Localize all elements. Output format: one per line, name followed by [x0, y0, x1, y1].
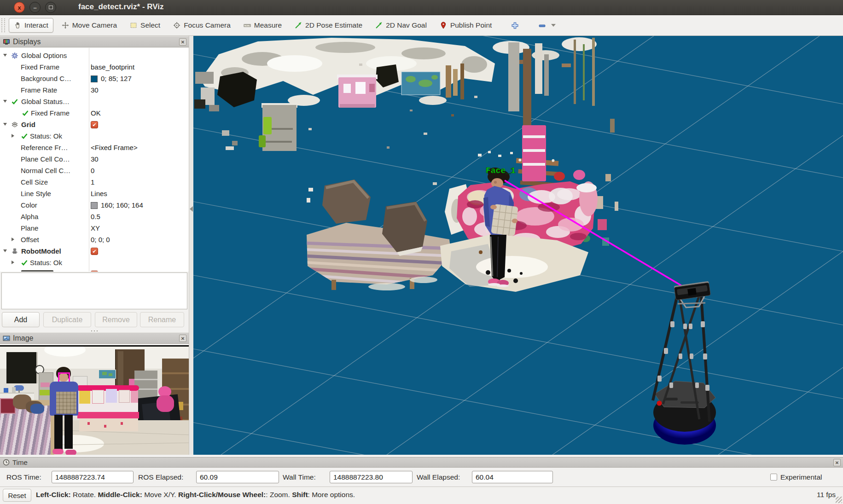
collapse-panel-icon[interactable] — [190, 206, 193, 212]
panel-viewport-splitter[interactable] — [189, 36, 193, 455]
duplicate-button[interactable]: Duplicate — [43, 312, 91, 327]
display-row-value[interactable]: <Fixed Frame> — [91, 144, 138, 151]
add-tool-button[interactable] — [506, 19, 523, 32]
display-row-robotmodel[interactable]: RobotModel✔ — [0, 246, 189, 257]
displays-panel-header[interactable]: Displays ✕ — [0, 36, 189, 47]
expand-open-icon[interactable] — [3, 123, 7, 126]
left-panel-column: Displays ✕ Global OptionsFixed Framebase… — [0, 36, 189, 455]
expand-closed-icon[interactable] — [12, 261, 14, 264]
display-row-plane-cell-co[interactable]: Plane Cell Co…30 — [0, 154, 189, 165]
minimize-window-icon[interactable]: – — [29, 2, 41, 13]
display-row-value[interactable]: OK — [91, 109, 101, 117]
display-row-fixed-frame[interactable]: Fixed Framebase_footprint — [0, 62, 189, 73]
wall-elapsed-input[interactable] — [472, 471, 553, 483]
display-row-partial[interactable]: ✔ — [0, 269, 189, 272]
tool-label: 2D Nav Goal — [386, 21, 427, 29]
display-row-status-ok[interactable]: Status: Ok — [0, 131, 189, 142]
display-row-value[interactable]: 0; 0; 0 — [91, 236, 110, 243]
tool-select[interactable]: Select — [125, 18, 165, 32]
enabled-checkbox[interactable]: ✔ — [91, 121, 98, 128]
display-row-color[interactable]: Color160; 160; 164 — [0, 200, 189, 211]
minus-icon — [538, 22, 546, 29]
display-row-cell-size[interactable]: Cell Size1 — [0, 177, 189, 188]
display-row-value[interactable]: 30 — [91, 86, 99, 94]
close-icon[interactable]: ✕ — [833, 459, 841, 466]
close-window-icon[interactable]: x — [14, 2, 25, 13]
resize-grip[interactable] — [836, 497, 842, 503]
chevron-down-icon[interactable] — [551, 24, 556, 27]
display-row-alpha[interactable]: Alpha0.5 — [0, 211, 189, 223]
display-row-value[interactable]: 0 — [91, 167, 94, 174]
display-row-value[interactable]: 30 — [91, 155, 99, 163]
display-row-grid[interactable]: Grid✔ — [0, 119, 189, 131]
display-row-global-options[interactable]: Global Options — [0, 50, 189, 62]
display-row-value[interactable]: base_footprint — [91, 63, 134, 71]
display-row-normal-cell-c[interactable]: Normal Cell C…0 — [0, 165, 189, 177]
display-row-frame-rate[interactable]: Frame Rate30 — [0, 85, 189, 96]
display-row-label: Global Status… — [21, 98, 70, 105]
wall-elapsed-label: Wall Elapsed: — [417, 473, 460, 481]
displays-tree[interactable]: Global OptionsFixed Framebase_footprintB… — [0, 48, 189, 272]
close-icon[interactable]: ✕ — [179, 38, 186, 46]
display-row-label: Status: Ok — [30, 259, 62, 266]
remove-tool-button[interactable] — [534, 19, 560, 32]
display-row-label: Normal Cell C… — [21, 167, 70, 174]
color-swatch[interactable] — [91, 202, 98, 209]
toolbar-drag-handle[interactable] — [1, 18, 5, 32]
panel-splitter-handle[interactable] — [90, 330, 99, 332]
tool-label: Measure — [254, 21, 282, 29]
tool-2d-pose-estimate[interactable]: 2D Pose Estimate — [290, 18, 367, 32]
maximize-window-icon[interactable] — [45, 2, 56, 13]
add-button[interactable]: Add — [2, 312, 40, 327]
display-row-background-c[interactable]: Background C…0; 85; 127 — [0, 73, 189, 85]
toolbar: Interact Move Camera Select Focus Camera… — [0, 15, 843, 36]
3d-viewport[interactable]: Face_1 — [193, 36, 843, 455]
ros-elapsed-input[interactable] — [196, 471, 279, 483]
display-row-label: Offset — [21, 236, 39, 243]
remove-button[interactable]: Remove — [95, 312, 137, 327]
display-row-value[interactable]: 160; 160; 164 — [101, 201, 143, 209]
tool-move-camera[interactable]: Move Camera — [57, 18, 122, 32]
wall-time-input[interactable] — [330, 471, 413, 483]
time-panel-header[interactable]: Time ✕ — [0, 457, 843, 468]
display-row-value[interactable]: 0; 85; 127 — [101, 75, 132, 82]
tool-publish-point[interactable]: Publish Point — [435, 18, 496, 32]
expand-open-icon[interactable] — [3, 100, 7, 103]
tree-column-separator[interactable] — [89, 48, 89, 272]
display-row-offset[interactable]: Offset0; 0; 0 — [0, 234, 189, 246]
display-row-label: Cell Size — [21, 178, 48, 186]
experimental-checkbox[interactable] — [770, 474, 777, 481]
tool-focus-camera[interactable]: Focus Camera — [169, 18, 235, 32]
tool-interact[interactable]: Interact — [9, 18, 53, 33]
display-row-reference-fr[interactable]: Reference Fr…<Fixed Frame> — [0, 142, 189, 154]
experimental-label: Experimental — [780, 473, 822, 481]
color-swatch[interactable] — [91, 75, 98, 82]
ros-time-input[interactable] — [52, 471, 134, 483]
tool-measure[interactable]: Measure — [239, 18, 286, 32]
tool-label: Move Camera — [72, 21, 117, 29]
reset-button[interactable]: Reset — [3, 489, 31, 502]
rename-button[interactable]: Rename — [140, 312, 184, 327]
expand-open-icon[interactable] — [3, 249, 7, 252]
enabled-checkbox[interactable]: ✔ — [91, 271, 98, 272]
display-row-value[interactable]: XY — [91, 224, 100, 232]
display-row-plane[interactable]: PlaneXY — [0, 223, 189, 234]
tool-label: Focus Camera — [184, 21, 231, 29]
expand-open-icon[interactable] — [3, 54, 7, 57]
display-row-status-ok[interactable]: Status: Ok — [0, 257, 189, 269]
display-row-fixed-frame[interactable]: Fixed FrameOK — [0, 108, 189, 119]
display-row-value[interactable]: 0.5 — [91, 213, 100, 220]
display-row-global-status[interactable]: Global Status… — [0, 96, 189, 108]
image-panel-header[interactable]: Image ✕ — [0, 332, 189, 344]
display-row-value[interactable]: Lines — [91, 190, 107, 197]
photo-pink-shoes — [52, 449, 64, 454]
display-row-line-style[interactable]: Line StyleLines — [0, 188, 189, 200]
display-row-value[interactable]: 1 — [91, 178, 94, 186]
tool-2d-nav-goal[interactable]: 2D Nav Goal — [371, 18, 431, 32]
expand-closed-icon[interactable] — [12, 238, 14, 241]
image-icon — [3, 335, 10, 342]
close-icon[interactable]: ✕ — [179, 335, 186, 342]
gear-icon — [11, 52, 18, 59]
enabled-checkbox[interactable]: ✔ — [91, 248, 98, 255]
expand-closed-icon[interactable] — [12, 134, 14, 138]
